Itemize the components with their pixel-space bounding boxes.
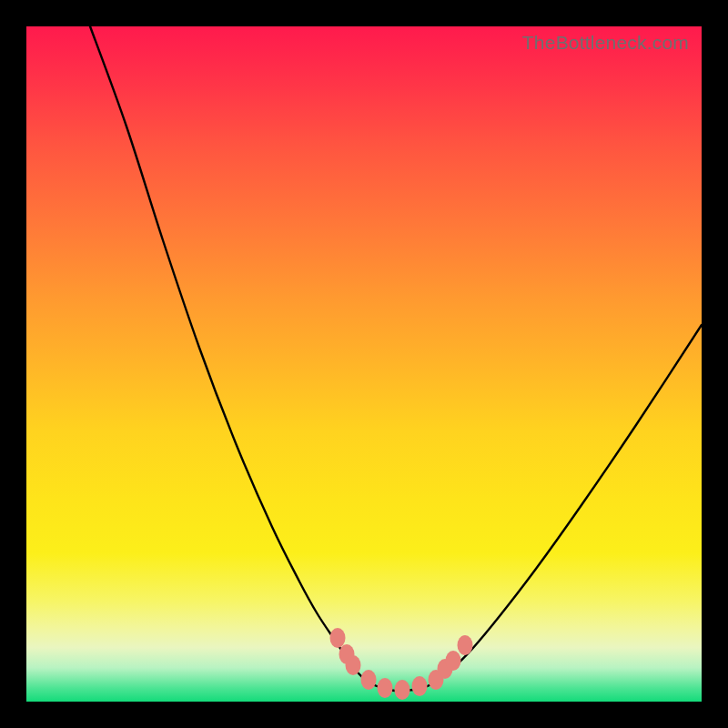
valley-marker	[412, 676, 428, 696]
valley-marker	[378, 678, 393, 698]
chart-frame: TheBottleneck.com	[0, 0, 728, 728]
valley-marker	[395, 680, 410, 700]
valley-marker	[458, 635, 473, 655]
valley-marker	[330, 628, 346, 648]
chart-plot-area: TheBottleneck.com	[26, 26, 702, 702]
bottleneck-curve	[90, 26, 702, 691]
chart-svg	[26, 26, 702, 702]
valley-marker	[361, 670, 377, 690]
valley-marker	[446, 651, 461, 671]
valley-marker	[346, 655, 361, 675]
marker-group	[330, 628, 473, 700]
